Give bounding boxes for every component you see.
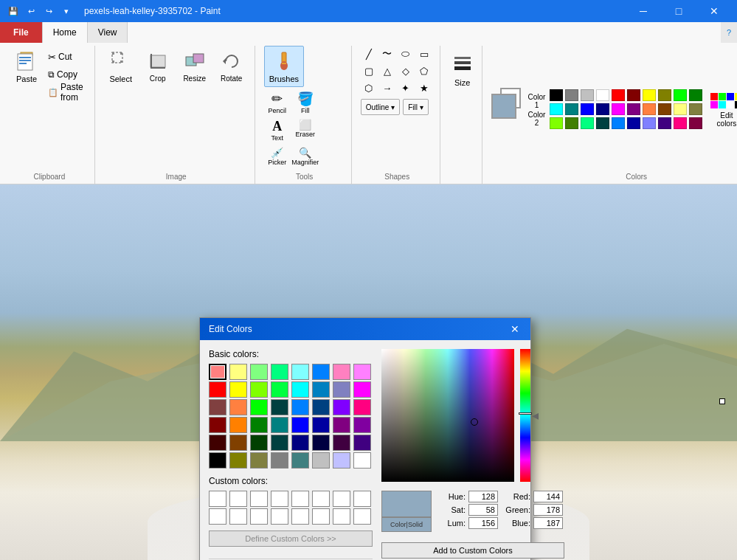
picker-button[interactable]: 💉 Picker [264, 145, 291, 171]
basic-color-swatch[interactable] [333, 381, 350, 398]
blue-input[interactable] [533, 517, 563, 529]
palette-swatch[interactable] [612, 103, 625, 115]
basic-color-swatch[interactable] [353, 452, 371, 469]
cut-button[interactable]: ✂ Cut [44, 49, 89, 65]
tab-view[interactable]: View [88, 22, 128, 43]
basic-color-swatch[interactable] [312, 417, 330, 433]
custom-swatch[interactable] [250, 491, 268, 507]
custom-swatch[interactable] [229, 508, 247, 525]
palette-swatch[interactable] [550, 103, 563, 115]
color-spectrum[interactable] [381, 349, 514, 482]
palette-swatch[interactable] [689, 117, 702, 129]
eraser-button[interactable]: ⬜ Eraser [292, 117, 319, 143]
basic-color-swatch[interactable] [353, 381, 371, 398]
redo-qat-btn[interactable]: ↪ [41, 4, 56, 18]
custom-swatch[interactable] [333, 491, 350, 507]
copy-button[interactable]: ⧉ Copy [44, 66, 89, 83]
hue-slider[interactable] [520, 349, 530, 482]
rect-shape-btn[interactable]: ▭ [416, 46, 432, 62]
triangle-shape-btn[interactable]: △ [379, 63, 395, 79]
custom-swatch[interactable] [209, 508, 226, 525]
hue-input[interactable] [468, 491, 498, 502]
palette-swatch[interactable] [658, 89, 671, 101]
diamond-shape-btn[interactable]: ◇ [398, 63, 414, 79]
palette-swatch[interactable] [643, 89, 656, 101]
basic-color-swatch[interactable] [229, 399, 247, 415]
palette-swatch[interactable] [689, 103, 702, 115]
basic-color-swatch[interactable] [353, 417, 371, 433]
custom-swatch[interactable] [353, 491, 371, 507]
palette-swatch[interactable] [565, 89, 578, 101]
basic-color-swatch[interactable] [271, 381, 288, 398]
basic-color-swatch[interactable] [312, 399, 330, 415]
pentagon-shape-btn[interactable]: ⬠ [416, 63, 432, 79]
rotate-button[interactable]: Rotate [215, 46, 249, 86]
custom-swatch[interactable] [312, 508, 330, 525]
undo-qat-btn[interactable]: ↩ [24, 4, 38, 18]
palette-swatch[interactable] [658, 117, 671, 129]
basic-color-swatch[interactable] [250, 417, 268, 433]
basic-color-swatch[interactable] [312, 381, 330, 398]
line-shape-btn[interactable]: ╱ [361, 46, 377, 62]
minimize-btn[interactable]: ─ [626, 0, 660, 22]
palette-swatch[interactable] [674, 89, 687, 101]
fill-button[interactable]: 🪣 Fill [292, 89, 319, 115]
arrow-shape-btn[interactable]: → [379, 80, 395, 96]
basic-color-swatch[interactable] [333, 435, 350, 451]
save-qat-btn[interactable]: 💾 [6, 4, 21, 18]
palette-swatch[interactable] [550, 89, 563, 101]
basic-color-swatch[interactable] [229, 435, 247, 451]
custom-swatch[interactable] [291, 491, 309, 507]
basic-color-swatch[interactable] [291, 417, 309, 433]
palette-swatch[interactable] [674, 117, 687, 129]
basic-color-swatch[interactable] [250, 399, 268, 415]
color1-box[interactable] [491, 94, 516, 119]
basic-color-swatch[interactable] [209, 452, 226, 469]
basic-color-swatch[interactable] [209, 435, 226, 451]
basic-color-swatch[interactable] [312, 452, 330, 469]
basic-color-swatch[interactable] [291, 381, 309, 398]
custom-swatch[interactable] [312, 491, 330, 507]
palette-swatch[interactable] [596, 89, 609, 101]
paste-button[interactable]: Paste [10, 46, 43, 87]
text-button[interactable]: A Text [264, 117, 291, 143]
palette-swatch[interactable] [581, 117, 594, 129]
basic-color-swatch[interactable] [333, 417, 350, 433]
tab-home[interactable]: Home [43, 22, 88, 43]
basic-color-swatch[interactable] [229, 417, 247, 433]
palette-swatch[interactable] [612, 117, 625, 129]
tab-file[interactable]: File [0, 22, 43, 43]
star4-shape-btn[interactable]: ✦ [398, 80, 414, 96]
basic-color-swatch[interactable] [271, 435, 288, 451]
crop-button[interactable]: Crop [141, 46, 175, 86]
palette-swatch[interactable] [627, 89, 640, 101]
basic-color-swatch[interactable] [271, 417, 288, 433]
oval-shape-btn[interactable]: ⬭ [398, 46, 414, 62]
curve-shape-btn[interactable]: 〜 [379, 46, 395, 62]
custom-swatch[interactable] [271, 491, 288, 507]
add-to-custom-colors-btn[interactable]: Add to Custom Colors [381, 542, 564, 559]
basic-color-swatch[interactable] [229, 381, 247, 398]
outline-btn[interactable]: Outline ▾ [361, 99, 400, 115]
basic-color-swatch[interactable] [291, 435, 309, 451]
basic-color-swatch[interactable] [250, 435, 268, 451]
basic-color-swatch[interactable] [271, 399, 288, 415]
custom-swatch[interactable] [250, 508, 268, 525]
roundrect-shape-btn[interactable]: ▢ [361, 63, 377, 79]
palette-swatch[interactable] [581, 89, 594, 101]
palette-swatch[interactable] [581, 103, 594, 115]
brushes-button[interactable]: Brushes [264, 46, 304, 87]
palette-swatch[interactable] [596, 117, 609, 129]
palette-swatch[interactable] [596, 103, 609, 115]
custom-swatch[interactable] [333, 508, 350, 525]
basic-color-swatch[interactable] [291, 399, 309, 415]
star5-shape-btn[interactable]: ★ [416, 80, 432, 96]
basic-color-swatch[interactable] [250, 381, 268, 398]
resize-button[interactable]: Resize [178, 46, 212, 86]
define-custom-colors-btn[interactable]: Define Custom Colors >> [209, 530, 373, 547]
basic-color-swatch[interactable] [291, 364, 309, 380]
basic-color-swatch[interactable] [353, 364, 371, 380]
basic-color-swatch[interactable] [312, 364, 330, 380]
palette-swatch[interactable] [565, 117, 578, 129]
fill-shapes-btn[interactable]: Fill ▾ [403, 99, 429, 115]
